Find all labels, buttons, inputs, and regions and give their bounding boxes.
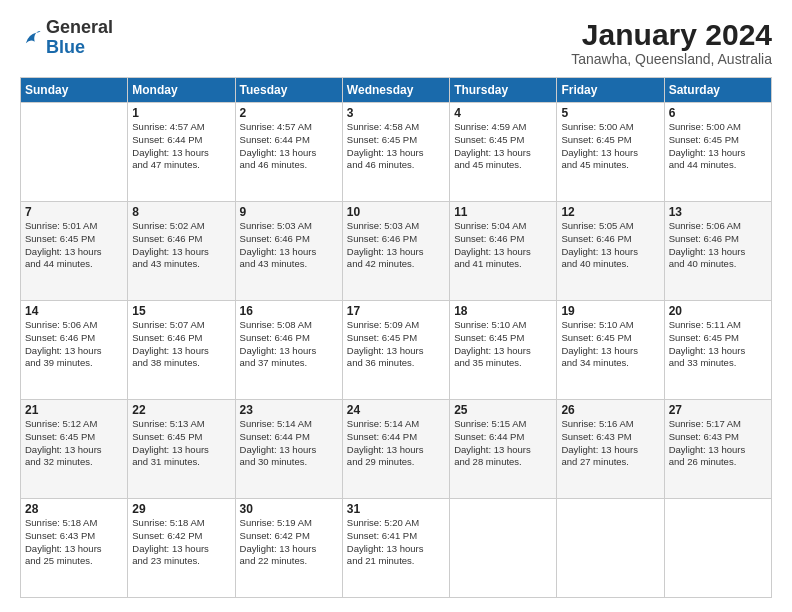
day-number: 8 bbox=[132, 205, 230, 219]
day-info: Sunrise: 5:07 AM Sunset: 6:46 PM Dayligh… bbox=[132, 319, 230, 370]
month-title: January 2024 bbox=[571, 18, 772, 51]
calendar-cell: 15Sunrise: 5:07 AM Sunset: 6:46 PM Dayli… bbox=[128, 301, 235, 400]
calendar-cell: 26Sunrise: 5:16 AM Sunset: 6:43 PM Dayli… bbox=[557, 400, 664, 499]
day-number: 2 bbox=[240, 106, 338, 120]
day-info: Sunrise: 5:10 AM Sunset: 6:45 PM Dayligh… bbox=[454, 319, 552, 370]
calendar-cell: 8Sunrise: 5:02 AM Sunset: 6:46 PM Daylig… bbox=[128, 202, 235, 301]
calendar-cell: 16Sunrise: 5:08 AM Sunset: 6:46 PM Dayli… bbox=[235, 301, 342, 400]
day-info: Sunrise: 5:10 AM Sunset: 6:45 PM Dayligh… bbox=[561, 319, 659, 370]
week-row-1: 1Sunrise: 4:57 AM Sunset: 6:44 PM Daylig… bbox=[21, 103, 772, 202]
day-info: Sunrise: 4:59 AM Sunset: 6:45 PM Dayligh… bbox=[454, 121, 552, 172]
calendar-cell bbox=[21, 103, 128, 202]
calendar-cell bbox=[664, 499, 771, 598]
day-number: 20 bbox=[669, 304, 767, 318]
calendar-cell: 23Sunrise: 5:14 AM Sunset: 6:44 PM Dayli… bbox=[235, 400, 342, 499]
weekday-header-sunday: Sunday bbox=[21, 78, 128, 103]
weekday-header-tuesday: Tuesday bbox=[235, 78, 342, 103]
logo-blue: Blue bbox=[46, 37, 85, 57]
calendar-cell: 18Sunrise: 5:10 AM Sunset: 6:45 PM Dayli… bbox=[450, 301, 557, 400]
calendar-cell: 14Sunrise: 5:06 AM Sunset: 6:46 PM Dayli… bbox=[21, 301, 128, 400]
day-number: 5 bbox=[561, 106, 659, 120]
day-number: 7 bbox=[25, 205, 123, 219]
calendar-cell: 25Sunrise: 5:15 AM Sunset: 6:44 PM Dayli… bbox=[450, 400, 557, 499]
week-row-5: 28Sunrise: 5:18 AM Sunset: 6:43 PM Dayli… bbox=[21, 499, 772, 598]
day-info: Sunrise: 5:02 AM Sunset: 6:46 PM Dayligh… bbox=[132, 220, 230, 271]
day-number: 12 bbox=[561, 205, 659, 219]
title-block: January 2024 Tanawha, Queensland, Austra… bbox=[571, 18, 772, 67]
day-number: 1 bbox=[132, 106, 230, 120]
calendar-cell: 11Sunrise: 5:04 AM Sunset: 6:46 PM Dayli… bbox=[450, 202, 557, 301]
weekday-header-thursday: Thursday bbox=[450, 78, 557, 103]
day-info: Sunrise: 5:18 AM Sunset: 6:42 PM Dayligh… bbox=[132, 517, 230, 568]
day-number: 23 bbox=[240, 403, 338, 417]
day-info: Sunrise: 5:03 AM Sunset: 6:46 PM Dayligh… bbox=[240, 220, 338, 271]
calendar-cell: 1Sunrise: 4:57 AM Sunset: 6:44 PM Daylig… bbox=[128, 103, 235, 202]
logo-text: General Blue bbox=[46, 18, 113, 58]
calendar-cell: 2Sunrise: 4:57 AM Sunset: 6:44 PM Daylig… bbox=[235, 103, 342, 202]
weekday-header-friday: Friday bbox=[557, 78, 664, 103]
day-number: 13 bbox=[669, 205, 767, 219]
day-info: Sunrise: 5:05 AM Sunset: 6:46 PM Dayligh… bbox=[561, 220, 659, 271]
calendar-cell: 9Sunrise: 5:03 AM Sunset: 6:46 PM Daylig… bbox=[235, 202, 342, 301]
calendar-page: General Blue January 2024 Tanawha, Queen… bbox=[0, 0, 792, 612]
weekday-header-row: SundayMondayTuesdayWednesdayThursdayFrid… bbox=[21, 78, 772, 103]
day-info: Sunrise: 5:19 AM Sunset: 6:42 PM Dayligh… bbox=[240, 517, 338, 568]
day-info: Sunrise: 4:58 AM Sunset: 6:45 PM Dayligh… bbox=[347, 121, 445, 172]
calendar-cell: 28Sunrise: 5:18 AM Sunset: 6:43 PM Dayli… bbox=[21, 499, 128, 598]
day-info: Sunrise: 5:04 AM Sunset: 6:46 PM Dayligh… bbox=[454, 220, 552, 271]
day-number: 15 bbox=[132, 304, 230, 318]
day-info: Sunrise: 4:57 AM Sunset: 6:44 PM Dayligh… bbox=[132, 121, 230, 172]
day-number: 22 bbox=[132, 403, 230, 417]
day-number: 27 bbox=[669, 403, 767, 417]
week-row-2: 7Sunrise: 5:01 AM Sunset: 6:45 PM Daylig… bbox=[21, 202, 772, 301]
day-info: Sunrise: 5:06 AM Sunset: 6:46 PM Dayligh… bbox=[669, 220, 767, 271]
day-info: Sunrise: 5:13 AM Sunset: 6:45 PM Dayligh… bbox=[132, 418, 230, 469]
day-number: 9 bbox=[240, 205, 338, 219]
day-number: 24 bbox=[347, 403, 445, 417]
day-number: 6 bbox=[669, 106, 767, 120]
week-row-3: 14Sunrise: 5:06 AM Sunset: 6:46 PM Dayli… bbox=[21, 301, 772, 400]
day-info: Sunrise: 5:00 AM Sunset: 6:45 PM Dayligh… bbox=[561, 121, 659, 172]
calendar-cell: 3Sunrise: 4:58 AM Sunset: 6:45 PM Daylig… bbox=[342, 103, 449, 202]
logo-bird-icon bbox=[20, 27, 42, 49]
day-info: Sunrise: 5:12 AM Sunset: 6:45 PM Dayligh… bbox=[25, 418, 123, 469]
calendar-cell: 22Sunrise: 5:13 AM Sunset: 6:45 PM Dayli… bbox=[128, 400, 235, 499]
calendar-cell: 19Sunrise: 5:10 AM Sunset: 6:45 PM Dayli… bbox=[557, 301, 664, 400]
day-info: Sunrise: 5:18 AM Sunset: 6:43 PM Dayligh… bbox=[25, 517, 123, 568]
logo: General Blue bbox=[20, 18, 113, 58]
calendar-cell: 27Sunrise: 5:17 AM Sunset: 6:43 PM Dayli… bbox=[664, 400, 771, 499]
day-number: 3 bbox=[347, 106, 445, 120]
day-number: 4 bbox=[454, 106, 552, 120]
calendar-cell bbox=[557, 499, 664, 598]
day-info: Sunrise: 5:01 AM Sunset: 6:45 PM Dayligh… bbox=[25, 220, 123, 271]
day-number: 26 bbox=[561, 403, 659, 417]
week-row-4: 21Sunrise: 5:12 AM Sunset: 6:45 PM Dayli… bbox=[21, 400, 772, 499]
day-number: 18 bbox=[454, 304, 552, 318]
calendar-cell: 10Sunrise: 5:03 AM Sunset: 6:46 PM Dayli… bbox=[342, 202, 449, 301]
day-number: 28 bbox=[25, 502, 123, 516]
location-title: Tanawha, Queensland, Australia bbox=[571, 51, 772, 67]
calendar-cell: 30Sunrise: 5:19 AM Sunset: 6:42 PM Dayli… bbox=[235, 499, 342, 598]
day-number: 19 bbox=[561, 304, 659, 318]
calendar-cell: 17Sunrise: 5:09 AM Sunset: 6:45 PM Dayli… bbox=[342, 301, 449, 400]
day-number: 30 bbox=[240, 502, 338, 516]
calendar-cell: 13Sunrise: 5:06 AM Sunset: 6:46 PM Dayli… bbox=[664, 202, 771, 301]
day-info: Sunrise: 5:14 AM Sunset: 6:44 PM Dayligh… bbox=[240, 418, 338, 469]
calendar-cell: 29Sunrise: 5:18 AM Sunset: 6:42 PM Dayli… bbox=[128, 499, 235, 598]
day-info: Sunrise: 5:14 AM Sunset: 6:44 PM Dayligh… bbox=[347, 418, 445, 469]
weekday-header-saturday: Saturday bbox=[664, 78, 771, 103]
day-number: 14 bbox=[25, 304, 123, 318]
calendar-cell: 24Sunrise: 5:14 AM Sunset: 6:44 PM Dayli… bbox=[342, 400, 449, 499]
calendar-table: SundayMondayTuesdayWednesdayThursdayFrid… bbox=[20, 77, 772, 598]
day-number: 10 bbox=[347, 205, 445, 219]
calendar-cell bbox=[450, 499, 557, 598]
day-number: 16 bbox=[240, 304, 338, 318]
weekday-header-wednesday: Wednesday bbox=[342, 78, 449, 103]
day-info: Sunrise: 5:17 AM Sunset: 6:43 PM Dayligh… bbox=[669, 418, 767, 469]
day-number: 21 bbox=[25, 403, 123, 417]
calendar-cell: 5Sunrise: 5:00 AM Sunset: 6:45 PM Daylig… bbox=[557, 103, 664, 202]
calendar-cell: 21Sunrise: 5:12 AM Sunset: 6:45 PM Dayli… bbox=[21, 400, 128, 499]
calendar-cell: 12Sunrise: 5:05 AM Sunset: 6:46 PM Dayli… bbox=[557, 202, 664, 301]
day-info: Sunrise: 5:03 AM Sunset: 6:46 PM Dayligh… bbox=[347, 220, 445, 271]
logo-general: General bbox=[46, 17, 113, 37]
